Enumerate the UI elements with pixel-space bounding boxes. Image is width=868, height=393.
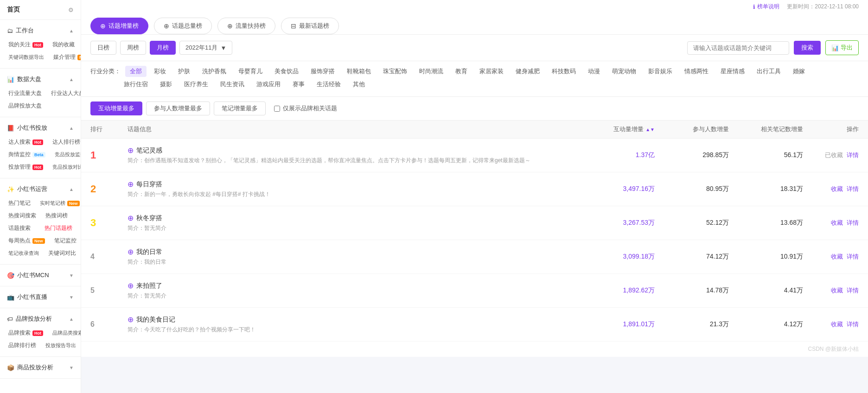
sort-notes-btn[interactable]: 笔记增量最多: [214, 101, 266, 115]
sidebar-item-kol-search[interactable]: 达人搜索Hot: [5, 136, 47, 148]
tab-growth[interactable]: ⊕ 话题增量榜: [90, 18, 148, 34]
period-week-btn[interactable]: 周榜: [120, 41, 146, 55]
cat-fashion[interactable]: 服饰穿搭: [306, 66, 339, 77]
collect-btn-6[interactable]: 收藏: [831, 320, 843, 329]
cat-medical[interactable]: 医疗养生: [179, 79, 213, 90]
section-xhs-ad-header[interactable]: 📕 小红书投放 ▲: [0, 121, 81, 135]
sidebar-item-media-mgmt[interactable]: 媒介管理New: [50, 51, 81, 63]
cat-education[interactable]: 教育: [451, 66, 472, 77]
collect-btn-5[interactable]: 收藏: [831, 286, 843, 295]
section-brand-header[interactable]: 🏷 品牌投放分析 ▲: [0, 312, 81, 326]
topic-title-3[interactable]: ⊕ 秋冬穿搭: [128, 214, 581, 222]
section-workbench-header[interactable]: 🗂 工作台 ▲: [0, 24, 81, 38]
detail-btn-2[interactable]: 详情: [847, 185, 859, 193]
cat-life[interactable]: 生活经验: [312, 79, 345, 90]
sidebar-item-weekly-hot[interactable]: 每周热点New: [5, 235, 49, 247]
period-day-btn[interactable]: 日榜: [90, 41, 116, 55]
search-button[interactable]: 搜索: [794, 41, 821, 55]
sidebar-item-placement-mgmt[interactable]: 投放管理Hot: [5, 161, 47, 173]
sidebar-item-competitor-monitor[interactable]: 竞品投放监控: [51, 148, 81, 161]
sidebar-item-competitor-compare[interactable]: 竞品投放对比: [49, 161, 81, 173]
cat-game[interactable]: 游戏应用: [252, 79, 285, 90]
cat-astro[interactable]: 星座情感: [716, 66, 749, 77]
cat-food[interactable]: 美食饮品: [270, 66, 303, 77]
cat-travel-tool[interactable]: 出行工具: [752, 66, 785, 77]
sidebar-item-my-follow[interactable]: 我的关注Hot: [5, 38, 47, 51]
cat-trend[interactable]: 时尚潮流: [415, 66, 448, 77]
cat-other[interactable]: 其他: [348, 79, 370, 90]
date-select[interactable]: 2022年11月 ▼: [179, 41, 232, 55]
detail-btn-1[interactable]: 详情: [847, 151, 859, 159]
cat-photo[interactable]: 摄影: [155, 79, 177, 90]
sidebar-item-hot-topic-rank[interactable]: 热门话题榜: [41, 222, 76, 235]
sidebar-item-sentiment[interactable]: 舆情监控Beta: [5, 148, 49, 161]
detail-btn-5[interactable]: 详情: [847, 286, 859, 295]
sidebar-item-keyword-compare[interactable]: 关键词对比: [45, 247, 80, 260]
sidebar-item-hot-search[interactable]: 热搜词搜索: [5, 209, 40, 222]
sidebar-item-brand-cat-search[interactable]: 品牌品类搜索New: [49, 327, 81, 339]
search-input[interactable]: [687, 41, 789, 55]
topic-title-5[interactable]: ⊕ 来拍照了: [128, 281, 581, 290]
cat-home[interactable]: 家居家装: [475, 66, 508, 77]
cat-fragrance[interactable]: 洗护香氛: [198, 66, 231, 77]
section-data-header[interactable]: 📊 数据大盘 ▲: [0, 72, 81, 86]
sidebar-item-kol-rank[interactable]: 达人排行榜Hot: [49, 136, 81, 148]
topic-title-1[interactable]: ⊕ 笔记灵感: [128, 146, 581, 155]
help-link[interactable]: ℹ 榜单说明: [753, 3, 779, 11]
section-live-header[interactable]: 📺 小红书直播 ▼: [0, 290, 81, 304]
sidebar-item-brand-placement[interactable]: 品牌投放大盘: [5, 100, 76, 112]
home-label[interactable]: 首页: [7, 6, 20, 14]
cat-skincare[interactable]: 护肤: [173, 66, 195, 77]
sidebar-item-industry-traffic[interactable]: 行业流量大盘: [5, 87, 45, 100]
sidebar-item-note-monitor[interactable]: 笔记监控: [51, 235, 80, 247]
cat-travel[interactable]: 旅行住宿: [119, 79, 153, 90]
cat-emotion[interactable]: 情感两性: [680, 66, 713, 77]
collect-btn-2[interactable]: 收藏: [831, 185, 843, 193]
topic-title-6[interactable]: ⊕ 我的美食日记: [128, 315, 581, 324]
period-month-btn[interactable]: 月榜: [150, 41, 176, 55]
detail-btn-4[interactable]: 详情: [847, 253, 859, 261]
brand-filter-checkbox[interactable]: [274, 106, 280, 112]
collect-btn-4[interactable]: 收藏: [831, 253, 843, 261]
sort-interaction-btn[interactable]: 互动增量最多: [90, 101, 142, 115]
sidebar-item-hot-notes[interactable]: 热门笔记: [5, 197, 34, 209]
cat-wedding[interactable]: 婚嫁: [788, 66, 810, 77]
cat-fitness[interactable]: 健身减肥: [511, 66, 544, 77]
tab-traffic[interactable]: ⊕ 流量扶持榜: [217, 18, 275, 34]
sort-participants-btn[interactable]: 参与人数增量最多: [146, 101, 210, 115]
tab-total[interactable]: ⊕ 话题总量榜: [154, 18, 212, 34]
topic-title-4[interactable]: ⊕ 我的日常: [128, 247, 581, 256]
detail-btn-6[interactable]: 详情: [847, 320, 859, 329]
cat-jewelry[interactable]: 珠宝配饰: [378, 66, 412, 77]
collect-btn-1[interactable]: 已收藏: [825, 151, 843, 159]
sidebar-item-keyword-export[interactable]: 关键词数据导出: [5, 51, 48, 63]
cat-all[interactable]: 全部: [125, 66, 147, 77]
cat-makeup[interactable]: 彩妆: [149, 66, 171, 77]
cat-baby[interactable]: 母婴育儿: [234, 66, 267, 77]
sidebar-item-my-collect[interactable]: 我的收藏: [49, 38, 78, 51]
section-mcn-header[interactable]: 🎯 小红书MCN ▼: [0, 268, 81, 282]
sidebar-item-brand-rank[interactable]: 品牌排行榜: [5, 339, 40, 352]
detail-btn-3[interactable]: 详情: [847, 219, 859, 227]
cat-shoes[interactable]: 鞋靴箱包: [342, 66, 376, 77]
sidebar-item-hot-search-rank[interactable]: 热搜词榜: [42, 209, 76, 222]
cat-news[interactable]: 民生资讯: [216, 79, 249, 90]
tab-newest[interactable]: ⊟ 最新话题榜: [281, 18, 339, 34]
cat-entertainment[interactable]: 影音娱乐: [644, 66, 677, 77]
section-xhs-ops-header[interactable]: ✨ 小红书运营 ▲: [0, 182, 81, 196]
cat-tech[interactable]: 科技数码: [547, 66, 581, 77]
sidebar-item-report-export[interactable]: 投放报告导出: [42, 339, 80, 352]
cat-pets[interactable]: 萌宠动物: [607, 66, 641, 77]
cat-sports[interactable]: 赛事: [288, 79, 309, 90]
export-button[interactable]: 📊 导出: [825, 40, 859, 55]
cat-anime[interactable]: 动漫: [583, 66, 605, 77]
topic-title-2[interactable]: ⊕ 每日穿搭: [128, 180, 581, 189]
collect-btn-3[interactable]: 收藏: [831, 219, 843, 227]
sidebar-item-brand-search[interactable]: 品牌搜索Hot: [5, 327, 47, 339]
sidebar-item-industry-kol[interactable]: 行业达人大盘: [47, 87, 81, 100]
gear-icon[interactable]: ⚙: [68, 6, 74, 13]
sidebar-item-topic-search[interactable]: 话题搜索: [5, 222, 39, 235]
sidebar-item-realtime-rank[interactable]: 实时笔记榜New: [36, 197, 81, 209]
brand-filter-checkbox-label[interactable]: 仅展示品牌相关话题: [274, 104, 337, 113]
section-goods-header[interactable]: 📦 商品投放分析 ▼: [0, 361, 81, 374]
